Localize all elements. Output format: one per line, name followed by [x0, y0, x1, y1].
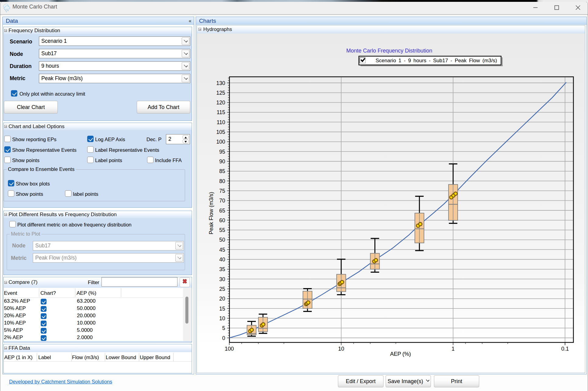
- svg-text:105: 105: [216, 129, 225, 135]
- svg-text:100: 100: [225, 346, 234, 352]
- svg-text:75: 75: [219, 188, 225, 194]
- svg-text:40: 40: [219, 257, 225, 263]
- svg-text:60: 60: [219, 217, 225, 223]
- svg-text:85: 85: [219, 168, 225, 174]
- svg-text:115: 115: [217, 109, 225, 115]
- svg-text:35: 35: [219, 266, 225, 272]
- svg-text:95: 95: [219, 149, 225, 155]
- svg-text:5: 5: [222, 325, 225, 331]
- svg-text:110: 110: [217, 119, 225, 125]
- svg-text:0.1: 0.1: [561, 346, 569, 352]
- svg-text:20: 20: [219, 296, 225, 302]
- svg-text:Monte Carlo Frequency Distribu: Monte Carlo Frequency Distribution: [346, 48, 432, 54]
- svg-text:70: 70: [219, 198, 225, 204]
- svg-text:10: 10: [219, 315, 225, 321]
- svg-text:15: 15: [219, 306, 225, 312]
- svg-text:AEP (%): AEP (%): [390, 351, 411, 357]
- svg-text:30: 30: [219, 276, 225, 282]
- svg-text:120: 120: [216, 100, 225, 106]
- svg-text:65: 65: [219, 208, 225, 214]
- svg-text:25: 25: [219, 286, 225, 292]
- svg-text:10: 10: [338, 346, 344, 352]
- svg-text:125: 125: [216, 90, 225, 96]
- svg-text:50: 50: [219, 237, 225, 243]
- svg-text:130: 130: [216, 80, 225, 86]
- svg-text:Peak Flow (m3/s): Peak Flow (m3/s): [208, 192, 214, 234]
- svg-text:55: 55: [219, 227, 225, 233]
- svg-text:45: 45: [219, 247, 225, 253]
- svg-text:1: 1: [452, 346, 455, 352]
- svg-text:100: 100: [216, 139, 225, 145]
- svg-text:Scenario 1 - 9 hours - Sub17 -: Scenario 1 - 9 hours - Sub17 - Peak Flow…: [376, 58, 497, 63]
- svg-text:90: 90: [219, 158, 225, 165]
- svg-text:80: 80: [219, 178, 225, 184]
- svg-text:0: 0: [222, 335, 225, 341]
